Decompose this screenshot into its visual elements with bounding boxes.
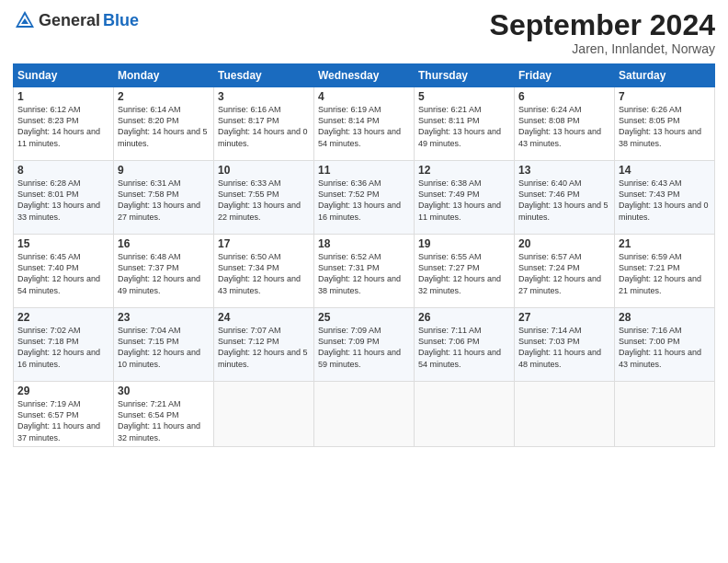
calendar-cell: 30Sunrise: 7:21 AMSunset: 6:54 PMDayligh… <box>114 382 214 447</box>
day-number: 4 <box>318 90 410 103</box>
day-number: 2 <box>118 90 210 103</box>
calendar-cell: 17Sunrise: 6:50 AMSunset: 7:34 PMDayligh… <box>214 235 314 308</box>
logo-blue: Blue <box>103 12 139 30</box>
cell-details: Sunrise: 7:14 AMSunset: 7:03 PMDaylight:… <box>518 325 610 370</box>
calendar-cell: 6Sunrise: 6:24 AMSunset: 8:08 PMDaylight… <box>515 87 615 161</box>
weekday-header-cell: Wednesday <box>314 64 415 87</box>
day-number: 7 <box>619 90 711 103</box>
calendar-cell: 10Sunrise: 6:33 AMSunset: 7:55 PMDayligh… <box>214 161 314 235</box>
cell-details: Sunrise: 6:52 AMSunset: 7:31 PMDaylight:… <box>318 251 410 296</box>
day-number: 9 <box>118 164 210 177</box>
day-number: 10 <box>218 164 310 177</box>
day-number: 23 <box>118 311 210 324</box>
calendar-cell <box>615 382 715 447</box>
calendar-cell <box>314 382 415 447</box>
calendar-cell: 5Sunrise: 6:21 AMSunset: 8:11 PMDaylight… <box>415 87 515 161</box>
calendar-cell: 14Sunrise: 6:43 AMSunset: 7:43 PMDayligh… <box>615 161 715 235</box>
calendar-cell: 11Sunrise: 6:36 AMSunset: 7:52 PMDayligh… <box>314 161 415 235</box>
weekday-header-cell: Monday <box>114 64 214 87</box>
cell-details: Sunrise: 6:33 AMSunset: 7:55 PMDaylight:… <box>218 178 310 223</box>
cell-details: Sunrise: 6:38 AMSunset: 7:49 PMDaylight:… <box>418 178 510 223</box>
calendar-cell: 16Sunrise: 6:48 AMSunset: 7:37 PMDayligh… <box>114 235 214 308</box>
calendar-cell <box>214 382 314 447</box>
calendar-cell: 19Sunrise: 6:55 AMSunset: 7:27 PMDayligh… <box>415 235 515 308</box>
calendar-cell: 15Sunrise: 6:45 AMSunset: 7:40 PMDayligh… <box>14 235 114 308</box>
calendar-week-row: 8Sunrise: 6:28 AMSunset: 8:01 PMDaylight… <box>14 161 715 235</box>
cell-details: Sunrise: 6:36 AMSunset: 7:52 PMDaylight:… <box>318 178 410 223</box>
day-number: 30 <box>118 385 210 397</box>
calendar-week-row: 1Sunrise: 6:12 AMSunset: 8:23 PMDaylight… <box>14 87 715 161</box>
day-number: 19 <box>418 237 510 250</box>
cell-details: Sunrise: 6:19 AMSunset: 8:14 PMDaylight:… <box>318 104 410 149</box>
day-number: 17 <box>218 237 310 250</box>
calendar-cell: 25Sunrise: 7:09 AMSunset: 7:09 PMDayligh… <box>314 308 415 382</box>
day-number: 27 <box>518 311 610 324</box>
cell-details: Sunrise: 6:59 AMSunset: 7:21 PMDaylight:… <box>619 251 711 296</box>
day-number: 24 <box>218 311 310 324</box>
day-number: 16 <box>118 237 210 250</box>
calendar-body: 1Sunrise: 6:12 AMSunset: 8:23 PMDaylight… <box>14 87 715 447</box>
day-number: 14 <box>619 164 711 177</box>
calendar-cell: 8Sunrise: 6:28 AMSunset: 8:01 PMDaylight… <box>14 161 114 235</box>
weekday-header-cell: Saturday <box>615 64 715 87</box>
cell-details: Sunrise: 6:57 AMSunset: 7:24 PMDaylight:… <box>518 251 610 296</box>
cell-details: Sunrise: 7:07 AMSunset: 7:12 PMDaylight:… <box>218 325 310 370</box>
calendar-cell: 29Sunrise: 7:19 AMSunset: 6:57 PMDayligh… <box>14 382 114 447</box>
cell-details: Sunrise: 6:21 AMSunset: 8:11 PMDaylight:… <box>418 104 510 149</box>
cell-details: Sunrise: 7:19 AMSunset: 6:57 PMDaylight:… <box>17 398 109 443</box>
cell-details: Sunrise: 7:11 AMSunset: 7:06 PMDaylight:… <box>418 325 510 370</box>
cell-details: Sunrise: 6:26 AMSunset: 8:05 PMDaylight:… <box>619 104 711 149</box>
day-number: 11 <box>318 164 410 177</box>
logo-general: General <box>39 12 100 30</box>
cell-details: Sunrise: 6:40 AMSunset: 7:46 PMDaylight:… <box>518 178 610 223</box>
cell-details: Sunrise: 6:12 AMSunset: 8:23 PMDaylight:… <box>17 104 109 149</box>
cell-details: Sunrise: 7:09 AMSunset: 7:09 PMDaylight:… <box>318 325 410 370</box>
calendar-cell: 13Sunrise: 6:40 AMSunset: 7:46 PMDayligh… <box>515 161 615 235</box>
weekday-header-row: SundayMondayTuesdayWednesdayThursdayFrid… <box>14 64 715 87</box>
calendar-cell: 1Sunrise: 6:12 AMSunset: 8:23 PMDaylight… <box>14 87 114 161</box>
cell-details: Sunrise: 7:04 AMSunset: 7:15 PMDaylight:… <box>118 325 210 370</box>
weekday-header-cell: Tuesday <box>214 64 314 87</box>
weekday-header-cell: Sunday <box>14 64 114 87</box>
calendar-cell: 2Sunrise: 6:14 AMSunset: 8:20 PMDaylight… <box>114 87 214 161</box>
calendar-cell: 22Sunrise: 7:02 AMSunset: 7:18 PMDayligh… <box>14 308 114 382</box>
logo: General Blue <box>13 9 139 33</box>
cell-details: Sunrise: 7:16 AMSunset: 7:00 PMDaylight:… <box>619 325 711 370</box>
day-number: 18 <box>318 237 410 250</box>
weekday-header-cell: Friday <box>515 64 615 87</box>
day-number: 29 <box>17 385 109 397</box>
day-number: 3 <box>218 90 310 103</box>
calendar-week-row: 22Sunrise: 7:02 AMSunset: 7:18 PMDayligh… <box>14 308 715 382</box>
calendar-cell: 12Sunrise: 6:38 AMSunset: 7:49 PMDayligh… <box>415 161 515 235</box>
day-number: 8 <box>17 164 109 177</box>
day-number: 15 <box>17 237 109 250</box>
logo-block <box>13 9 35 33</box>
page: General Blue September 2024 Jaren, Innla… <box>0 0 728 456</box>
cell-details: Sunrise: 6:14 AMSunset: 8:20 PMDaylight:… <box>118 104 210 149</box>
logo-icon <box>15 9 35 29</box>
calendar-week-row: 15Sunrise: 6:45 AMSunset: 7:40 PMDayligh… <box>14 235 715 308</box>
cell-details: Sunrise: 6:16 AMSunset: 8:17 PMDaylight:… <box>218 104 310 149</box>
calendar-cell: 21Sunrise: 6:59 AMSunset: 7:21 PMDayligh… <box>615 235 715 308</box>
cell-details: Sunrise: 6:28 AMSunset: 8:01 PMDaylight:… <box>17 178 109 223</box>
cell-details: Sunrise: 6:31 AMSunset: 7:58 PMDaylight:… <box>118 178 210 223</box>
day-number: 6 <box>518 90 610 103</box>
cell-details: Sunrise: 6:50 AMSunset: 7:34 PMDaylight:… <box>218 251 310 296</box>
title-block: September 2024 Jaren, Innlandet, Norway <box>490 9 715 56</box>
day-number: 26 <box>418 311 510 324</box>
day-number: 13 <box>518 164 610 177</box>
day-number: 12 <box>418 164 510 177</box>
calendar-week-row: 29Sunrise: 7:19 AMSunset: 6:57 PMDayligh… <box>14 382 715 447</box>
cell-details: Sunrise: 6:24 AMSunset: 8:08 PMDaylight:… <box>518 104 610 149</box>
logo-text-block: General Blue <box>39 12 139 30</box>
header: General Blue September 2024 Jaren, Innla… <box>13 9 715 56</box>
cell-details: Sunrise: 6:43 AMSunset: 7:43 PMDaylight:… <box>619 178 711 223</box>
calendar-cell: 27Sunrise: 7:14 AMSunset: 7:03 PMDayligh… <box>515 308 615 382</box>
calendar-cell: 23Sunrise: 7:04 AMSunset: 7:15 PMDayligh… <box>114 308 214 382</box>
calendar-cell: 3Sunrise: 6:16 AMSunset: 8:17 PMDaylight… <box>214 87 314 161</box>
calendar-table: SundayMondayTuesdayWednesdayThursdayFrid… <box>13 63 715 447</box>
location: Jaren, Innlandet, Norway <box>490 41 715 56</box>
calendar-cell: 18Sunrise: 6:52 AMSunset: 7:31 PMDayligh… <box>314 235 415 308</box>
cell-details: Sunrise: 6:48 AMSunset: 7:37 PMDaylight:… <box>118 251 210 296</box>
day-number: 21 <box>619 237 711 250</box>
